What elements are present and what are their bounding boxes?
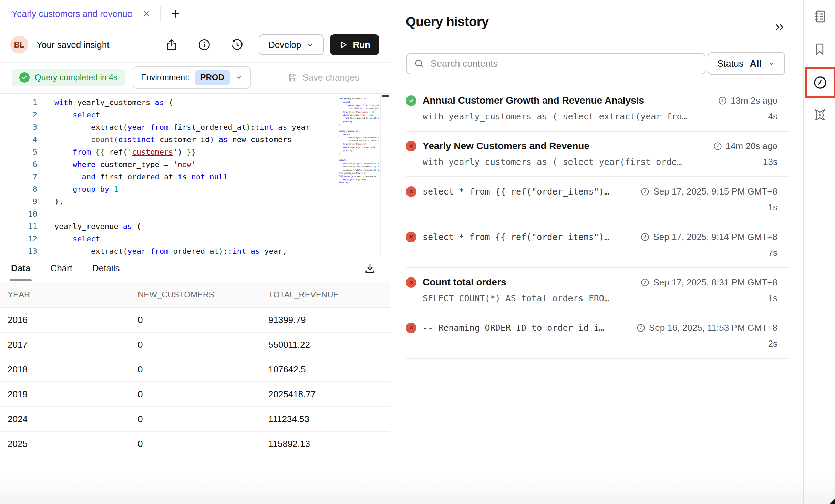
code-line: from yearly_customers yc	[339, 171, 379, 175]
close-tab-icon[interactable]	[141, 9, 152, 19]
table-cell: 0	[138, 333, 143, 357]
code-line: from {{ ref('orders') }}	[339, 142, 379, 145]
history-item-time: 14m 20s ago	[713, 141, 777, 151]
history-item[interactable]: Annual Customer Growth and Revenue Analy…	[406, 90, 789, 132]
environment-selector[interactable]: Environment: PROD	[133, 66, 251, 89]
history-item-duration: 2s	[768, 338, 777, 349]
new-tab-button[interactable]	[168, 6, 183, 21]
error-icon	[406, 232, 416, 242]
bookmark-icon	[813, 42, 827, 56]
history-item[interactable]: Count total ordersSep 17, 2025, 8:31 PM …	[406, 268, 789, 313]
code-line: coalesce(yc.year, yr.year) as year,	[339, 162, 379, 165]
notebook-button[interactable]	[804, 7, 835, 26]
tab-chart-label: Chart	[50, 263, 72, 274]
line-number: 10	[0, 208, 37, 220]
app-window: Yearly customers and revenue BL Your sav…	[0, 0, 835, 504]
compass-pinwheel-icon	[812, 107, 827, 123]
info-button[interactable]	[195, 35, 214, 54]
history-item-time: Sep 17, 2025, 8:31 PM GMT+8	[640, 277, 777, 288]
code-line: count(distinct customer_id) as new_custo…	[339, 107, 379, 110]
table-cell: 2025418.77	[268, 382, 316, 406]
history-item[interactable]: select * from {{ ref("order_items")…Sep …	[406, 177, 789, 222]
column-header-total-revenue: TOTAL_REVENUE	[268, 282, 339, 307]
code-minimap[interactable]: with yearly_customers as ( select extrac…	[339, 97, 379, 249]
table-cell: 111234.53	[268, 407, 309, 431]
editor-scrollbar-thumb[interactable]	[382, 95, 389, 97]
code-line: where customer_type = 'new'	[54, 158, 338, 171]
status-filter-dropdown[interactable]: Status All	[708, 52, 785, 75]
collapse-panel-button[interactable]	[772, 19, 787, 35]
code-line	[54, 208, 338, 220]
table-cell: 2017	[8, 333, 28, 357]
environment-value: PROD	[195, 70, 230, 85]
table-cell: 2019	[8, 382, 28, 406]
code-line: )	[339, 152, 379, 155]
document-toolbar: BL Your saved insight Develop R	[0, 28, 390, 63]
table-row[interactable]: 20170550011.22	[0, 333, 390, 357]
save-icon	[287, 72, 298, 83]
table-cell: 0	[138, 308, 143, 332]
tab-chart[interactable]: Chart	[50, 255, 72, 282]
query-status-text: Query completed in 4s	[35, 73, 117, 82]
environment-label: Environment:	[141, 73, 189, 82]
code-line: extract(year from ordered_at)::int as ye…	[339, 136, 379, 139]
version-history-button[interactable]	[227, 35, 246, 54]
history-item-duration: 1s	[768, 202, 777, 213]
editor-scrollbar[interactable]	[380, 94, 390, 255]
download-results-button[interactable]	[361, 260, 379, 277]
success-icon	[19, 72, 30, 83]
play-icon	[339, 40, 348, 49]
resize-corner[interactable]	[829, 498, 835, 504]
develop-label: Develop	[268, 40, 301, 50]
explore-button[interactable]	[804, 105, 835, 125]
table-row[interactable]: 20240111234.53	[0, 407, 390, 432]
query-status-badge: Query completed in 4s	[12, 69, 125, 86]
code-line: select	[339, 133, 379, 136]
history-item[interactable]: select * from {{ ref("order_items")…Sep …	[406, 222, 789, 268]
tab-details[interactable]: Details	[92, 255, 120, 282]
query-history-button-highlighted[interactable]	[805, 67, 835, 98]
bookmarks-button[interactable]	[804, 40, 835, 59]
history-item[interactable]: Yearly New Customers and Revenue14m 20s …	[406, 132, 789, 177]
tab-label: Yearly customers and revenue	[12, 9, 132, 19]
history-item-title: Count total orders	[423, 277, 640, 288]
tab-data-label: Data	[11, 263, 30, 274]
tab-data[interactable]: Data	[11, 255, 30, 282]
table-cell: 2025	[8, 432, 28, 456]
table-cell: 2016	[8, 308, 28, 332]
develop-button[interactable]: Develop	[259, 34, 324, 55]
code-line: ),	[54, 196, 338, 208]
line-number: 13	[0, 245, 37, 255]
line-number: 11	[0, 220, 37, 233]
table-cell: 0	[138, 432, 143, 456]
history-item-duration: 1s	[768, 293, 777, 304]
save-changes-button[interactable]: Save changes	[285, 72, 361, 83]
code-line: group by 1	[339, 120, 379, 123]
code-line: full outer join yearly_revenue yr	[339, 175, 379, 178]
table-cell: 0	[138, 357, 143, 381]
tab-bar: Yearly customers and revenue	[0, 0, 390, 28]
code-line	[339, 126, 379, 129]
sql-code-editor[interactable]: 12345678910111213 with yearly_customers …	[0, 93, 390, 255]
tab-yearly-customers-and-revenue[interactable]: Yearly customers and revenue	[0, 0, 152, 28]
share-icon	[165, 38, 178, 51]
clock-icon	[640, 278, 650, 287]
history-search[interactable]	[406, 53, 705, 74]
notebook-icon	[813, 9, 827, 24]
run-button[interactable]: Run	[330, 34, 379, 55]
search-input[interactable]	[430, 58, 698, 70]
table-row[interactable]: 2016091399.79	[0, 308, 390, 333]
line-number: 12	[0, 233, 37, 245]
history-item[interactable]: -- Renaming ORDER_ID to order_id i…Sep 1…	[406, 313, 789, 359]
table-row[interactable]: 20250115892.13	[0, 432, 390, 456]
error-icon	[406, 277, 416, 288]
code-line: sum(order_total) as total_revenue	[339, 139, 379, 142]
double-chevron-right-icon	[774, 21, 785, 33]
share-button[interactable]	[162, 35, 181, 54]
code-line: extract(year from ordered_at)::int as ye…	[54, 245, 338, 255]
table-row[interactable]: 201902025418.77	[0, 382, 390, 407]
column-header-year: YEAR	[8, 282, 30, 307]
results-table-body: 2016091399.7920170550011.2220180107642.5…	[0, 308, 390, 456]
info-icon	[198, 38, 211, 51]
table-row[interactable]: 20180107642.5	[0, 357, 390, 382]
